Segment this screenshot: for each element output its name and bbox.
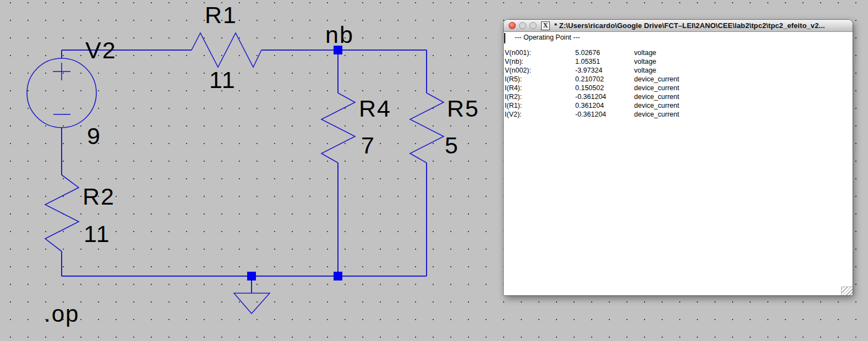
node-square-bottom <box>334 272 342 280</box>
resize-grip-icon[interactable] <box>841 287 853 295</box>
result-row: I(V2): -0.361204 device_current <box>504 110 853 119</box>
result-type: voltage <box>634 48 853 57</box>
zoom-icon[interactable] <box>529 22 537 29</box>
result-name: I(R1): <box>505 101 575 110</box>
result-type: voltage <box>634 57 853 66</box>
node-square-ground <box>247 272 256 280</box>
text-cursor <box>504 33 505 43</box>
r2-label[interactable]: R2 <box>83 185 115 208</box>
result-row: I(R2): -0.361204 device_current <box>504 92 853 101</box>
r1-label[interactable]: R1 <box>205 3 237 27</box>
result-value: -0.361204 <box>575 92 634 101</box>
result-value: 5.02676 <box>575 48 634 57</box>
minimize-icon[interactable] <box>519 22 526 29</box>
result-value: 1.05351 <box>575 57 634 66</box>
result-name: I(R2): <box>505 92 575 101</box>
operating-point-window: X * Z:\Users\ricardo\Google Drive\FCT–LE… <box>504 20 853 295</box>
spice-directive[interactable]: .op <box>44 302 79 326</box>
window-title: * Z:\Users\ricardo\Google Drive\FCT–LEI\… <box>554 21 825 30</box>
resistor-r5[interactable] <box>410 50 444 276</box>
voltage-source-v2[interactable] <box>27 50 96 175</box>
r4-value[interactable]: 7 <box>361 134 375 157</box>
result-name: I(R4): <box>505 84 575 92</box>
result-type: device_current <box>634 75 853 84</box>
result-type: device_current <box>634 92 853 101</box>
result-row: I(R5): 0.210702 device_current <box>504 75 853 84</box>
results-pane[interactable]: --- Operating Point --- V(n001): 5.02676… <box>504 32 853 295</box>
x11-app-icon: X <box>541 21 550 30</box>
resistor-r4[interactable] <box>321 50 355 276</box>
result-name: I(V2): <box>505 110 575 119</box>
result-type: voltage <box>634 66 853 75</box>
result-value: 0.361204 <box>575 101 634 110</box>
r5-label[interactable]: R5 <box>447 97 479 120</box>
resistor-r2[interactable] <box>45 175 79 276</box>
result-value: -0.361204 <box>575 110 634 119</box>
result-value: 0.210702 <box>575 75 634 84</box>
result-row: V(nb): 1.05351 voltage <box>504 57 853 66</box>
v2-label[interactable]: V2 <box>85 38 117 62</box>
close-icon[interactable] <box>509 22 516 29</box>
result-row: V(n002): -3.97324 voltage <box>504 66 853 75</box>
window-titlebar[interactable]: X * Z:\Users\ricardo\Google Drive\FCT–LE… <box>504 20 853 32</box>
r4-label[interactable]: R4 <box>359 97 391 120</box>
node-label-nb[interactable]: nb <box>325 23 354 47</box>
result-name: V(n001): <box>505 48 575 57</box>
result-type: device_current <box>634 101 853 110</box>
plus-sign-icon <box>53 63 70 80</box>
result-row: I(R1): 0.361204 device_current <box>504 101 853 110</box>
result-value: 0.150502 <box>575 84 634 92</box>
result-type: device_current <box>634 84 853 92</box>
result-value: -3.97324 <box>575 66 634 75</box>
result-name: I(R5): <box>505 75 575 84</box>
results-list: V(n001): 5.02676 voltage V(nb): 1.05351 … <box>504 48 853 119</box>
result-row: I(R4): 0.150502 device_current <box>504 84 853 92</box>
result-type: device_current <box>634 110 853 119</box>
result-name: V(nb): <box>505 57 575 66</box>
v2-value[interactable]: 9 <box>87 124 101 148</box>
r1-value[interactable]: 11 <box>209 68 236 92</box>
result-row: V(n001): 5.02676 voltage <box>504 48 853 57</box>
result-name: V(n002): <box>505 66 575 75</box>
operating-point-header: --- Operating Point --- <box>515 34 580 41</box>
resistor-r1[interactable] <box>192 33 261 67</box>
r5-value[interactable]: 5 <box>445 134 459 157</box>
ground-symbol[interactable] <box>234 276 270 314</box>
r2-value[interactable]: 11 <box>84 222 111 246</box>
circuit-drawing <box>0 0 501 341</box>
